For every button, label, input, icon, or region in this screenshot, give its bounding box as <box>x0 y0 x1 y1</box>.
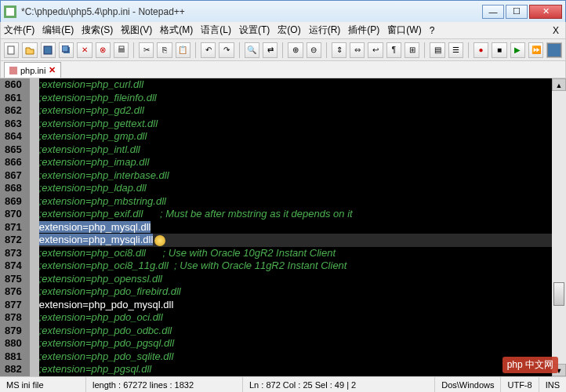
code-area[interactable]: ;extension=php_curl.dll;extension=php_fi… <box>39 78 552 376</box>
title-bar: *C:\phpedu\php5.4\php.ini - Notepad++ — … <box>0 0 566 22</box>
menu-format[interactable]: 格式(M) <box>160 24 193 37</box>
maximize-button[interactable]: ☐ <box>506 5 528 19</box>
func-list-button[interactable]: ☰ <box>448 42 463 58</box>
menu-macro[interactable]: 宏(O) <box>278 24 300 37</box>
zoom-out-button[interactable]: ⊖ <box>307 42 321 58</box>
svg-rect-7 <box>119 46 124 49</box>
tab-close-icon[interactable]: ✕ <box>49 65 56 75</box>
code-line[interactable]: ;extension=php_intl.dll <box>39 143 552 157</box>
save-button[interactable] <box>41 42 56 58</box>
code-line[interactable]: ;extension=php_ldap.dll <box>39 182 552 195</box>
code-line[interactable]: ;extension=php_interbase.dll <box>39 169 552 183</box>
separator <box>326 42 327 58</box>
svg-rect-2 <box>8 46 14 54</box>
code-line[interactable]: ;extension=php_oci8.dll ; Use with Oracl… <box>39 247 552 260</box>
code-line[interactable]: ;extension=php_pdo_pgsql.dll <box>39 337 552 350</box>
menu-view[interactable]: 视图(V) <box>121 24 152 37</box>
file-modified-icon <box>9 67 17 74</box>
open-file-button[interactable] <box>22 42 37 58</box>
save-all-button[interactable] <box>59 42 74 58</box>
tab-php-ini[interactable]: php.ini ✕ <box>4 62 61 78</box>
code-line[interactable]: ;extension=php_oci8_11g.dll ; Use with O… <box>39 260 552 273</box>
code-line[interactable]: ;extension=php_pdo_odbc.dll <box>39 325 552 338</box>
separator <box>133 42 134 58</box>
separator <box>468 42 469 58</box>
sync-v-button[interactable]: ⇕ <box>332 42 346 58</box>
code-line[interactable]: ;extension=php_exif.dll ; Must be after … <box>39 208 552 221</box>
menu-window[interactable]: 窗口(W) <box>387 24 421 37</box>
status-encoding[interactable]: UTF-8 <box>501 377 539 392</box>
redo-button[interactable]: ↷ <box>219 42 234 58</box>
paste-button[interactable]: 📋 <box>176 42 190 58</box>
svg-rect-6 <box>118 49 125 53</box>
status-eol[interactable]: Dos\Windows <box>435 377 501 392</box>
code-line[interactable]: ;extension=php_curl.dll <box>39 78 552 92</box>
vertical-scrollbar: ▲ ▼ <box>552 78 566 376</box>
undo-button[interactable]: ↶ <box>201 42 216 58</box>
whitespace-button[interactable]: ¶ <box>386 42 401 58</box>
code-line[interactable]: ;extension=php_gmp.dll <box>39 130 552 143</box>
zoom-in-button[interactable]: ⊕ <box>288 42 303 58</box>
scroll-thumb[interactable] <box>553 282 564 306</box>
menu-file[interactable]: 文件(F) <box>4 24 34 37</box>
doc-map-button[interactable]: ▤ <box>430 42 444 58</box>
cursor-indicator-icon <box>154 235 165 246</box>
menu-help[interactable]: ? <box>430 25 435 36</box>
print-button[interactable] <box>114 42 129 58</box>
stop-button[interactable]: ■ <box>492 42 506 58</box>
separator <box>282 42 283 58</box>
status-insert-mode[interactable]: INS <box>539 377 566 392</box>
menu-search[interactable]: 搜索(S) <box>82 24 113 37</box>
code-line[interactable]: ;extension=php_pdo_sqlite.dll <box>39 350 552 364</box>
scroll-track[interactable] <box>552 91 566 364</box>
minimize-button[interactable]: — <box>482 5 504 19</box>
fold-margin <box>30 78 39 376</box>
scroll-up-button[interactable]: ▲ <box>552 78 566 91</box>
wrap-button[interactable]: ↩ <box>368 42 383 58</box>
close-file-button[interactable]: ✕ <box>77 42 92 58</box>
code-line[interactable]: extension=php_mysqli.dll <box>39 234 552 247</box>
new-file-button[interactable] <box>4 42 19 58</box>
find-button[interactable]: 🔍 <box>245 42 259 58</box>
status-bar: MS ini file length : 67272 lines : 1832 … <box>0 376 566 392</box>
code-line[interactable]: ;extension=php_imap.dll <box>39 156 552 169</box>
code-line[interactable]: ;extension=php_gettext.dll <box>39 118 552 131</box>
code-line[interactable]: ;extension=php_openssl.dll <box>39 273 552 286</box>
window-buttons: — ☐ ✕ <box>482 5 562 19</box>
play-button[interactable]: ▶ <box>510 42 525 58</box>
menu-plugins[interactable]: 插件(P) <box>348 24 379 37</box>
menu-x[interactable]: X <box>553 25 559 36</box>
menu-settings[interactable]: 设置(T) <box>239 24 270 37</box>
cut-button[interactable]: ✂ <box>139 42 154 58</box>
code-line[interactable]: ;extension=php_pdo_oci.dll <box>39 311 552 325</box>
code-line[interactable]: extension=php_mysql.dll <box>39 221 552 234</box>
tab-bar: php.ini ✕ <box>0 61 566 78</box>
copy-button[interactable]: ⎘ <box>157 42 172 58</box>
play-multi-button[interactable]: ⏩ <box>528 42 543 58</box>
code-line[interactable]: ;extension=php_mbstring.dll <box>39 195 552 209</box>
menu-lang[interactable]: 语言(L) <box>201 24 231 37</box>
line-number-gutter: 8608618628638648658668678688698708718728… <box>0 78 27 376</box>
code-line[interactable]: ;extension=php_fileinfo.dll <box>39 92 552 105</box>
indent-guide-button[interactable]: ⊞ <box>405 42 419 58</box>
save-macro-button[interactable] <box>546 42 562 58</box>
menu-run[interactable]: 运行(R) <box>309 24 341 37</box>
menu-edit[interactable]: 编辑(E) <box>42 24 74 37</box>
replace-button[interactable]: ⇄ <box>263 42 278 58</box>
separator <box>195 42 196 58</box>
close-all-button[interactable]: ⊗ <box>96 42 111 58</box>
svg-rect-5 <box>62 45 68 52</box>
separator <box>239 42 240 58</box>
watermark: php 中文网 <box>503 357 558 373</box>
record-button[interactable]: ● <box>473 42 488 58</box>
status-position: Ln : 872 Col : 25 Sel : 49 | 2 <box>243 377 435 392</box>
sync-h-button[interactable]: ⇔ <box>350 42 365 58</box>
status-filetype: MS ini file <box>0 377 86 392</box>
code-line[interactable]: ;extension=php_pgsql.dll <box>39 363 552 376</box>
close-button[interactable]: ✕ <box>529 5 562 19</box>
code-line[interactable]: ;extension=php_gd2.dll <box>39 104 552 118</box>
code-line[interactable]: ;extension=php_pdo_firebird.dll <box>39 285 552 299</box>
code-line[interactable]: extension=php_pdo_mysql.dll <box>39 299 552 312</box>
svg-rect-3 <box>44 46 52 54</box>
svg-rect-1 <box>6 8 14 16</box>
